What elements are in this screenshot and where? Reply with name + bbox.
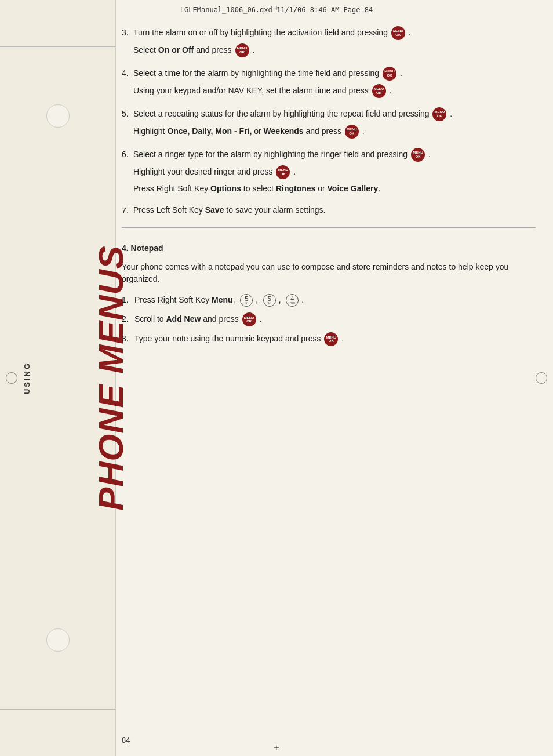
menu-ok-btn-4a: MENUOK xyxy=(383,67,396,81)
notepad-step-1-text: Press Right Soft Key Menu, 5JKL , 5JKL ,… xyxy=(134,294,304,307)
step-3-block: 3. Turn the alarm on or off by highlight… xyxy=(122,26,536,57)
page-number: 84 xyxy=(122,736,130,744)
step-6-bold3: Voice Gallery xyxy=(328,184,379,193)
notepad-step-2: 2. Scroll to Add New and press MENUOK . xyxy=(122,312,536,326)
step-5-text: Select a repeating status for the alarm … xyxy=(133,107,536,121)
main-content: 3. Turn the alarm on or off by highlight… xyxy=(122,26,536,721)
menu-ok-btn-5b: MENUOK xyxy=(345,125,359,139)
menu-ok-btn-n3: MENUOK xyxy=(324,332,338,346)
step-4-block: 4. Select a time for the alarm by highli… xyxy=(122,67,536,98)
reg-circle-right-icon xyxy=(536,372,547,384)
step-3-number: 3. xyxy=(122,26,133,39)
sidebar-line-bottom xyxy=(0,709,115,710)
step-6-bold2: Ringtones xyxy=(276,184,315,193)
key-btn-5b: 5JKL xyxy=(263,294,276,307)
notepad-title: 4. Notepad xyxy=(122,242,536,255)
step-4-text: Select a time for the alarm by highlight… xyxy=(133,67,536,81)
step-5-sub: Highlight Once, Daily, Mon - Fri, or Wee… xyxy=(133,125,536,139)
key-btn-5a: 5JKL xyxy=(240,294,253,307)
step-7-block: 7. Press Left Soft Key Save to save your… xyxy=(122,204,536,217)
notepad-intro: Your phone comes with a notepad you can … xyxy=(122,261,536,286)
step-5-bold2: Weekends xyxy=(264,126,304,136)
notepad-step-2-num: 2. xyxy=(122,313,134,325)
step-6-block: 6. Select a ringer type for the alarm by… xyxy=(122,148,536,195)
step-6-number: 6. xyxy=(122,148,133,161)
step-5-number: 5. xyxy=(122,107,133,120)
step-6-sub-1: Highlight your desired ringer and press … xyxy=(133,165,536,179)
menu-ok-btn-3a: MENUOK xyxy=(391,26,405,40)
notepad-step-3-num: 3. xyxy=(122,333,134,345)
notepad-section-header: 4. Notepad xyxy=(122,242,536,255)
menu-ok-btn-3b: MENUOK xyxy=(235,43,249,57)
menu-ok-btn-6a: MENUOK xyxy=(411,148,425,162)
step-5-bold1: Once, Daily, Mon - Fri, xyxy=(167,126,252,136)
menu-ok-btn-4b: MENUOK xyxy=(372,84,386,98)
step-3-text: Turn the alarm on or off by highlighting… xyxy=(133,26,536,40)
crosshair-bottom-icon xyxy=(274,743,279,753)
notepad-step-3-text: Type your note using the numeric keypad … xyxy=(134,332,344,346)
step-6-main: 6. Select a ringer type for the alarm by… xyxy=(122,148,536,162)
step-4-number: 4. xyxy=(122,67,133,79)
step-7-bold: Save xyxy=(205,205,224,215)
step-3-bold: On or Off xyxy=(158,45,194,54)
menu-ok-btn-6b: MENUOK xyxy=(276,165,290,179)
notepad-step-3: 3. Type your note using the numeric keyp… xyxy=(122,332,536,346)
sidebar-circle-bottom xyxy=(46,628,70,652)
sidebar: USING PHONE MENUS xyxy=(0,0,116,756)
notepad-step-1-bold: Menu xyxy=(212,295,233,304)
menu-ok-btn-5a: MENUOK xyxy=(432,107,446,121)
step-4-main: 4. Select a time for the alarm by highli… xyxy=(122,67,536,81)
notepad-step-2-bold: Add New xyxy=(166,314,201,324)
notepad-step-1: 1. Press Right Soft Key Menu, 5JKL , 5JK… xyxy=(122,294,536,307)
step-6-text: Select a ringer type for the alarm by hi… xyxy=(133,148,536,162)
reg-circle-left-icon xyxy=(6,372,17,384)
using-label: USING xyxy=(23,362,31,394)
step-7-main: 7. Press Left Soft Key Save to save your… xyxy=(122,204,536,217)
step-7-number: 7. xyxy=(122,204,133,217)
step-7-text: Press Left Soft Key Save to save your al… xyxy=(133,204,536,216)
menu-ok-btn-n2: MENUOK xyxy=(242,312,256,326)
sidebar-line-top xyxy=(0,46,115,47)
key-btn-4: 4GHI xyxy=(286,294,299,307)
step-6-bold1: Options xyxy=(210,184,241,193)
step-3-main: 3. Turn the alarm on or off by highlight… xyxy=(122,26,536,40)
step-3-sub: Select On or Off and press MENUOK . xyxy=(133,43,536,57)
notepad-step-1-num: 1. xyxy=(122,294,134,306)
section-divider xyxy=(122,227,536,228)
step-5-main: 5. Select a repeating status for the ala… xyxy=(122,107,536,121)
sidebar-circle-top xyxy=(46,104,70,128)
step-6-sub-2: Press Right Soft Key Options to select R… xyxy=(133,183,536,195)
step-4-sub: Using your keypad and/or NAV KEY, set th… xyxy=(133,84,536,98)
notepad-step-2-text: Scroll to Add New and press MENUOK . xyxy=(134,312,261,326)
step-5-block: 5. Select a repeating status for the ala… xyxy=(122,107,536,139)
